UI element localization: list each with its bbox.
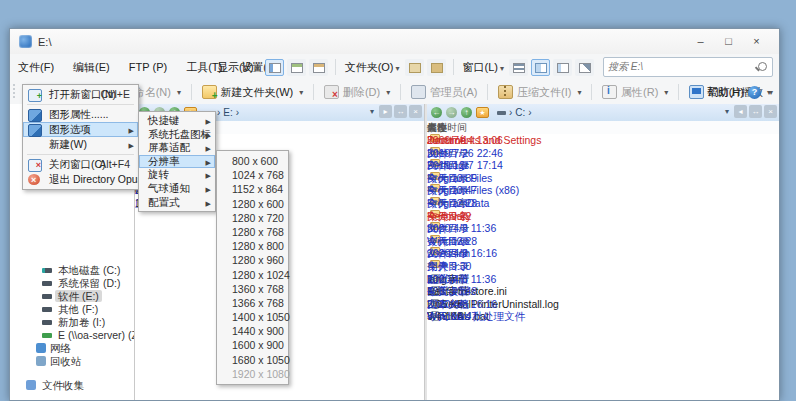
file-row[interactable]: ProgramData文件目录今天 12:28--h---i — [427, 197, 779, 210]
column-header-attr[interactable]: 属性 — [427, 121, 447, 134]
tree-item-drive-c[interactable]: 本地磁盘 (C:) — [10, 264, 134, 277]
file-row[interactable]: PerfLogs文件目录2019/12/7 17:14-------- — [427, 159, 779, 172]
menu-item-balloon-notice[interactable]: 气球通知▶ — [139, 182, 215, 196]
file-row[interactable]: lang.ini100 字节配置设置2020/4/8 11:36-a------ — [427, 273, 779, 286]
archive-button[interactable]: 压缩文件(I)▾ — [492, 82, 587, 103]
dual-pane-button[interactable] — [531, 59, 550, 76]
tree-item-drive-f[interactable]: 其他 (F:) — [10, 303, 134, 316]
viewer-pane-button[interactable] — [575, 59, 594, 76]
menu-item-hotkeys[interactable]: 快捷键▶ — [139, 114, 215, 128]
toolbar-grip[interactable] — [13, 84, 15, 100]
file-row[interactable]: 用户文件目录今天 9:30r------- — [427, 260, 779, 273]
file-row[interactable]: Program Files (x86)文件目录今天 10:47r------- — [427, 184, 779, 197]
menu-item-profiles[interactable]: 配置式▶ — [139, 196, 215, 210]
tree-item-network-drive-z[interactable]: E (\\oa-server) (Z:) — [10, 329, 134, 342]
breadcrumb-drive[interactable]: C: — [515, 107, 525, 118]
path-dropdown-icon[interactable]: ▾ — [722, 107, 732, 116]
slideshow-icon — [689, 85, 704, 99]
menu-item-open-new-window[interactable]: 打开新窗口(N)Ctrl+E — [23, 87, 138, 102]
menu-edit[interactable]: 编辑(E) — [65, 54, 118, 75]
path-dropdown-icon[interactable]: ▾ — [367, 107, 377, 116]
properties-button[interactable]: 属性(R)▾ — [596, 82, 674, 103]
breadcrumb[interactable]: › C: › — [497, 107, 532, 118]
search-input[interactable] — [604, 58, 752, 74]
maximize-button[interactable]: □ — [716, 32, 741, 51]
file-row[interactable]: Windows文件目录今天 12:28-------- — [427, 235, 779, 248]
drive-icon — [497, 111, 506, 115]
menu-item-new[interactable]: 新建(W)▶ — [23, 137, 138, 152]
menu-item-screen-fit[interactable]: 屏幕适配▶ — [139, 141, 215, 155]
file-row[interactable]: Recovery文件目录今天 9:22---s--i — [427, 210, 779, 223]
single-pane-button[interactable] — [509, 59, 528, 76]
menu-item-resolution-option[interactable]: 800 x 600 — [217, 154, 288, 168]
file-row[interactable]: tmp文件目录2020/4/8 11:36-------- — [427, 222, 779, 235]
menu-item-rotation[interactable]: 旋转▶ — [139, 168, 215, 182]
pane-expand-icon[interactable]: ◂ — [734, 105, 747, 118]
menu-item-resolution[interactable]: 分辨率▶ — [139, 155, 215, 169]
file-row[interactable]: Program Files文件目录今天 10:39r------- — [427, 172, 779, 185]
menu-item-tray-icon[interactable]: 系统托盘图标▶ — [139, 128, 215, 142]
pane-close-icon[interactable]: × — [764, 105, 777, 118]
menu-item-resolution-option[interactable]: 1024 x 768 — [217, 168, 288, 182]
chevron-down-icon: ▾ — [256, 64, 260, 73]
up-button[interactable]: ↑ — [461, 107, 472, 118]
pane-expand-icon[interactable]: ▸ — [379, 105, 392, 118]
right-pane-location-bar: ← → ↑ ★ › C: › ▾ ◂ ↔ × — [427, 104, 779, 122]
menu-item-resolution-option[interactable]: 1280 x 768 — [217, 225, 288, 239]
forward-button[interactable]: → — [446, 107, 457, 118]
menu-ftp[interactable]: FTP (P) — [121, 55, 175, 73]
admin-button[interactable]: 管理员(A) — [405, 82, 484, 103]
delete-button[interactable]: 删除(D)▾ — [318, 82, 396, 103]
menu-file[interactable]: 文件(F) — [10, 54, 62, 75]
chevron-down-icon: ▾ — [664, 88, 668, 97]
menu-item-resolution-option[interactable]: 1280 x 600 — [217, 197, 288, 211]
display-menu-button[interactable]: 显示(V)▾ — [215, 58, 262, 77]
tree-item-drive-d[interactable]: 系统保留 (D:) — [10, 277, 134, 290]
menu-item-resolution-option[interactable]: 1152 x 864 — [217, 182, 288, 196]
file-row[interactable]: UniversalPrinterUninstall.log2.05 KB文本文档… — [427, 298, 779, 311]
window-menu-button[interactable]: 窗口(L)▾ — [461, 58, 506, 77]
close-window-icon — [28, 159, 42, 172]
tree-item-drive-i[interactable]: 新加卷 (I:) — [10, 316, 134, 329]
menu-item-resolution-option[interactable]: 1280 x 720 — [217, 211, 288, 225]
minimize-button[interactable]: – — [688, 32, 713, 51]
pane-swap-icon[interactable]: ↔ — [749, 105, 762, 118]
menu-item-resolution-option[interactable]: 1366 x 768 — [217, 296, 288, 310]
tree-item-network[interactable]: 网络 — [10, 342, 134, 355]
view-list-button[interactable] — [287, 59, 306, 76]
tree-item-drive-e[interactable]: 软件 (E:) — [10, 290, 134, 303]
file-row[interactable]: Win10AU.bat3.49 KBWindows 批处理文件今天 10:47-… — [427, 310, 779, 323]
folder-view-button[interactable] — [427, 59, 446, 76]
file-row[interactable]: wsession文件目录2020/4/8 16:16-------- — [427, 247, 779, 260]
view-thumbnails-button[interactable] — [309, 59, 328, 76]
pane-close-icon[interactable]: × — [409, 105, 422, 118]
tree-item-file-collections[interactable]: 文件收集 — [10, 379, 134, 392]
menu-item-resolution-option[interactable]: 1360 x 768 — [217, 282, 288, 296]
back-button[interactable]: ← — [431, 107, 442, 118]
folder-tree-button[interactable] — [405, 59, 424, 76]
file-row[interactable]: Restartrestore.ini108 字节配置设置今天 10:48--h-… — [427, 285, 779, 298]
menu-item-close-window[interactable]: 关闭窗口(C)Alt+F4 — [23, 157, 138, 172]
favorites-button[interactable]: ★ — [476, 107, 489, 118]
menu-item-resolution-option[interactable]: 1280 x 960 — [217, 253, 288, 267]
view-details-button[interactable] — [265, 59, 284, 76]
tree-item-recycle-bin[interactable]: 回收站 — [10, 355, 134, 368]
menu-item-resolution-option[interactable]: 1680 x 1050 — [217, 353, 288, 367]
menu-item-exit[interactable]: 退出 Directory Opus(X) — [23, 172, 138, 187]
help-button[interactable]: 帮助(H)?▾ — [707, 80, 771, 104]
menu-item-resolution-option[interactable]: 1440 x 900 — [217, 324, 288, 338]
folders-menu-button[interactable]: 文件夹(O)▾ — [343, 58, 402, 77]
file-row[interactable]: Intel文件目录2019/7/26 22:46-------- — [427, 147, 779, 160]
breadcrumb-drive[interactable]: E: — [223, 107, 232, 118]
file-row[interactable]: Documents and SettingsJunction2009/7/14 … — [427, 134, 779, 147]
pane-swap-icon[interactable]: ↔ — [394, 105, 407, 118]
close-button[interactable]: × — [744, 32, 769, 51]
new-folder-button[interactable]: 新建文件夹(W)▾ — [196, 82, 310, 103]
menu-item-resolution-option[interactable]: 1600 x 900 — [217, 338, 288, 352]
tree-pane-button[interactable] — [553, 59, 572, 76]
menu-item-display-properties[interactable]: 图形属性...... — [23, 107, 138, 122]
menu-item-resolution-option[interactable]: 1280 x 1024 — [217, 268, 288, 282]
menu-item-resolution-option[interactable]: 1400 x 1050 — [217, 310, 288, 324]
menu-item-resolution-option[interactable]: 1280 x 800 — [217, 239, 288, 253]
menu-item-display-options[interactable]: 图形选项▶ — [23, 122, 138, 137]
